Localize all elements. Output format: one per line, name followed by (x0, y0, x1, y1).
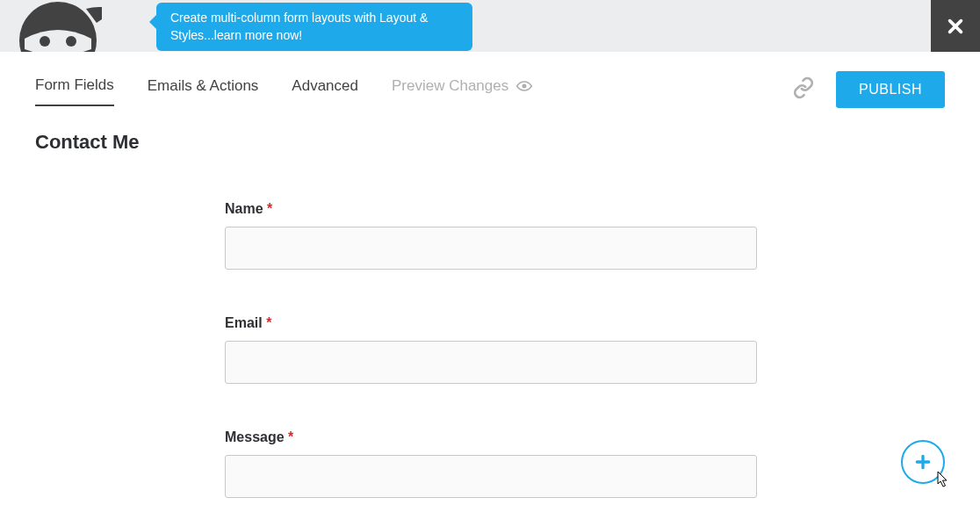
tab-advanced[interactable]: Advanced (292, 77, 358, 105)
svg-point-3 (522, 84, 527, 89)
link-button[interactable] (792, 76, 815, 103)
field-name-label: Name * (225, 201, 757, 217)
plus-icon (914, 453, 932, 471)
message-input[interactable] (225, 455, 757, 498)
form-body: Name * Email * Message * (0, 154, 757, 498)
form-title: Contact Me (0, 106, 980, 154)
header-bar: Create multi-column form layouts with La… (0, 0, 980, 52)
name-input[interactable] (225, 227, 757, 270)
right-actions: PUBLISH (792, 71, 945, 108)
tabs-row: Form Fields Emails & Actions Advanced Pr… (0, 52, 980, 106)
required-star: * (266, 315, 271, 330)
required-star: * (288, 429, 293, 444)
svg-point-2 (66, 36, 76, 47)
add-field-button[interactable] (901, 440, 945, 484)
svg-point-1 (40, 36, 50, 47)
required-star: * (267, 201, 272, 216)
promo-tooltip[interactable]: Create multi-column form layouts with La… (156, 3, 472, 51)
email-input[interactable] (225, 341, 757, 384)
field-message[interactable]: Message * (225, 429, 757, 498)
field-email[interactable]: Email * (225, 315, 757, 384)
tab-emails-actions[interactable]: Emails & Actions (148, 77, 259, 105)
tab-form-fields[interactable]: Form Fields (35, 76, 114, 106)
publish-button[interactable]: PUBLISH (836, 71, 945, 108)
promo-tooltip-text: Create multi-column form layouts with La… (170, 11, 428, 42)
eye-icon (515, 80, 533, 92)
ninja-logo (14, 0, 102, 52)
field-name[interactable]: Name * (225, 201, 757, 270)
field-email-label: Email * (225, 315, 757, 331)
close-icon (946, 17, 965, 36)
field-message-label: Message * (225, 429, 757, 445)
link-icon (792, 76, 815, 99)
tab-preview-label: Preview Changes (392, 77, 508, 95)
tab-preview-changes[interactable]: Preview Changes (392, 77, 533, 105)
close-button[interactable] (931, 0, 980, 52)
